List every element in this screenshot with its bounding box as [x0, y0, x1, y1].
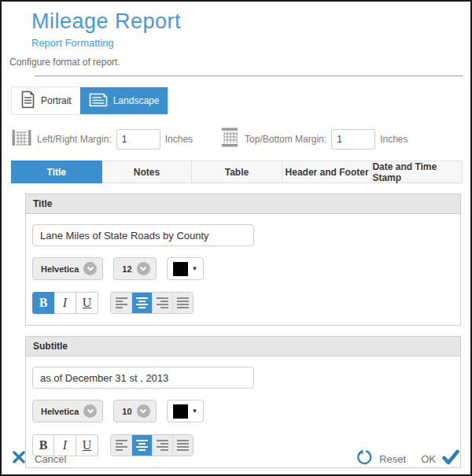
footer-actions: Reset OK: [356, 449, 459, 469]
caret-down-icon: ▼: [192, 265, 198, 272]
title-align-right-button[interactable]: [152, 293, 172, 313]
tab-date-and-time-stamp[interactable]: Date and Time Stamp: [372, 161, 463, 183]
tab-notes[interactable]: Notes: [102, 161, 193, 183]
landscape-button[interactable]: Landscape: [80, 87, 168, 114]
title-biu-group: B I U: [32, 292, 98, 314]
subtitle-font-size-value: 10: [122, 407, 131, 416]
dialog-header: Mileage Report Report Formatting: [2, 2, 470, 49]
title-panel-header: Title: [26, 194, 460, 214]
portrait-page-icon: [20, 90, 35, 111]
page-subtitle: Report Formatting: [31, 37, 463, 49]
color-swatch-black: [173, 262, 188, 276]
subtitle-font-size-dropdown[interactable]: 10: [113, 400, 156, 422]
top-bottom-margin-input[interactable]: [331, 129, 375, 149]
top-bottom-margin-icon: [219, 127, 240, 151]
left-right-margin-group: Left/Right Margin: Inches: [11, 127, 193, 151]
top-bottom-margin-group: Top/Bottom Margin: Inches: [219, 127, 407, 151]
align-right-icon: [157, 297, 168, 308]
title-font-size-value: 12: [122, 264, 131, 274]
margins-row: Left/Right Margin: Inches Top/: [11, 127, 470, 151]
title-align-group: [110, 292, 194, 314]
title-panel-body: Helvetica 12 ▼ B: [26, 214, 460, 325]
title-underline-button[interactable]: U: [76, 292, 98, 314]
divider: [35, 76, 463, 76]
tab-table[interactable]: Table: [192, 161, 282, 183]
description-text: Configure format of report.: [2, 49, 470, 68]
section-tabs: Title Notes Table Header and Footer Date…: [11, 161, 463, 183]
subtitle-text-input[interactable]: [32, 367, 254, 389]
portrait-button[interactable]: Portrait: [12, 87, 80, 114]
chevron-down-icon: [137, 404, 150, 418]
align-justify-icon: [177, 297, 189, 308]
ok-label: OK: [421, 453, 436, 465]
top-bottom-margin-unit: Inches: [380, 134, 407, 145]
subtitle-font-family-value: Helvetica: [41, 407, 79, 416]
title-bold-button[interactable]: B: [32, 292, 54, 314]
title-font-color-picker[interactable]: ▼: [167, 257, 205, 280]
ok-checkmark-icon: [442, 449, 459, 468]
title-text-input[interactable]: [32, 224, 254, 246]
title-font-family-value: Helvetica: [41, 264, 79, 274]
title-italic-button[interactable]: I: [54, 292, 76, 314]
title-style-row: B I U: [32, 292, 454, 314]
left-right-margin-input[interactable]: [116, 129, 160, 149]
top-bottom-margin-label: Top/Bottom Margin:: [245, 134, 326, 145]
reset-label: Reset: [379, 453, 406, 465]
mileage-report-dialog: Mileage Report Report Formatting Configu…: [0, 0, 472, 476]
chevron-down-icon: [137, 262, 150, 275]
ok-button[interactable]: OK: [421, 449, 459, 468]
title-align-left-button[interactable]: [111, 293, 131, 313]
left-right-margin-icon: [11, 127, 32, 151]
title-align-justify-button[interactable]: [172, 293, 193, 313]
subtitle-font-row: Helvetica 10 ▼: [32, 400, 454, 422]
title-font-family-dropdown[interactable]: Helvetica: [32, 257, 103, 280]
caret-down-icon: ▼: [192, 408, 198, 415]
tab-title[interactable]: Title: [11, 161, 102, 183]
reset-icon: [356, 449, 373, 469]
title-font-row: Helvetica 12 ▼: [32, 257, 454, 280]
left-right-margin-label: Left/Right Margin:: [37, 134, 112, 145]
page-title: Mileage Report: [31, 9, 463, 34]
subtitle-font-color-picker[interactable]: ▼: [167, 400, 205, 422]
cancel-label: Cancel: [35, 453, 66, 465]
title-panel: Title Helvetica 12 ▼: [25, 194, 461, 326]
landscape-label: Landscape: [113, 95, 160, 106]
left-right-margin-unit: Inches: [165, 134, 193, 145]
title-font-size-dropdown[interactable]: 12: [113, 257, 156, 280]
chevron-down-icon: [83, 404, 97, 418]
portrait-label: Portrait: [41, 95, 72, 106]
subtitle-font-family-dropdown[interactable]: Helvetica: [32, 400, 103, 422]
subtitle-panel-header: Subtitle: [26, 337, 460, 356]
color-swatch-black: [173, 404, 188, 419]
chevron-down-icon: [83, 262, 97, 275]
cancel-x-icon: [13, 451, 25, 467]
title-align-center-button[interactable]: [131, 293, 152, 313]
align-center-icon: [136, 297, 148, 308]
landscape-page-icon: [89, 92, 108, 110]
orientation-toggle: Portrait Landscape: [11, 87, 168, 115]
reset-button[interactable]: Reset: [356, 449, 406, 469]
tab-header-and-footer[interactable]: Header and Footer: [282, 161, 373, 183]
dialog-footer: Cancel Reset OK: [2, 443, 470, 474]
align-left-icon: [116, 297, 127, 308]
cancel-button[interactable]: Cancel: [13, 451, 66, 467]
